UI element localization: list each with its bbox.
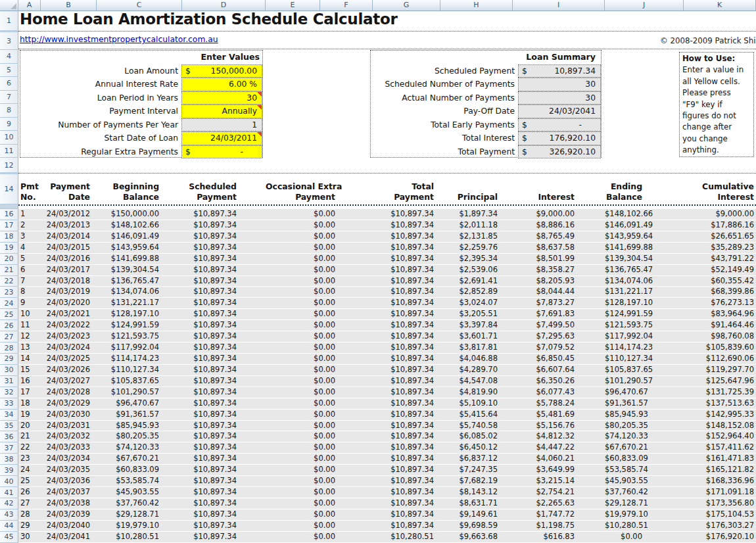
column-header-h[interactable]: H [440, 0, 513, 11]
row-header-40[interactable]: 40 [0, 476, 18, 487]
cell: $1,747.72 [513, 509, 605, 520]
column-header-g[interactable]: G [373, 0, 440, 11]
row-header-28[interactable]: 28 [0, 342, 18, 354]
row-divider [18, 49, 756, 49]
row-header-45[interactable]: 45 [0, 532, 18, 543]
row-header-32[interactable]: 32 [0, 387, 18, 398]
row-header-5[interactable]: 5 [0, 64, 18, 78]
row-header-27[interactable]: 27 [0, 331, 18, 342]
row-header-22[interactable]: 22 [0, 276, 18, 287]
row-header-3[interactable]: 3 [0, 32, 18, 50]
cell: $96,470.67 [97, 398, 182, 409]
row-header-19[interactable]: 19 [0, 243, 18, 254]
row-header-43[interactable]: 43 [0, 509, 18, 521]
cell: $10,897.34 [182, 387, 266, 398]
row-header-7[interactable]: 7 [0, 91, 18, 105]
row-header-6[interactable]: 6 [0, 77, 18, 91]
currency-symbol: $ [519, 133, 527, 143]
currency-symbol: $ [182, 147, 191, 156]
row-header-18[interactable]: 18 [0, 231, 18, 243]
cell: $128,197.10 [97, 309, 182, 319]
currency-symbol: $ [519, 120, 527, 130]
loan-amount-value: 150,000.00 [211, 66, 262, 76]
row-header-26[interactable]: 26 [0, 320, 18, 331]
cell: $10,280.51 [605, 521, 684, 531]
cell: 24/03/2034 [41, 454, 97, 464]
row-header-8[interactable]: 8 [0, 104, 18, 118]
row-header-37[interactable]: 37 [0, 442, 18, 454]
cell: $74,120.33 [605, 431, 684, 442]
loan-period-in-years-cell[interactable]: 30 [181, 91, 262, 105]
row-header-1[interactable]: 1 [0, 11, 18, 31]
cell: $10,897.34 [182, 331, 266, 342]
row-header-12[interactable]: 12 [0, 158, 18, 173]
cell: $10,897.34 [182, 254, 266, 264]
column-header-c[interactable]: C [97, 0, 182, 11]
row-header-16[interactable]: 16 [0, 209, 18, 220]
cell: $2,265.63 [513, 498, 605, 509]
cell: $68,399.86 [684, 287, 756, 297]
cell: $0.00 [266, 342, 373, 353]
column-header-k[interactable]: K [684, 0, 756, 11]
cell: $10,897.34 [182, 209, 266, 220]
row-header-31[interactable]: 31 [0, 376, 18, 387]
cell: 17 [18, 387, 41, 398]
row-header-11[interactable]: 11 [0, 145, 18, 158]
row-header-44[interactable]: 44 [0, 521, 18, 532]
cell: $2,011.18 [440, 220, 513, 231]
annual-interest-rate-cell[interactable]: 6.00 % [181, 78, 262, 91]
column-header-f[interactable]: F [320, 0, 373, 11]
row-header-36[interactable]: 36 [0, 431, 18, 442]
cell: $6,607.64 [513, 365, 605, 375]
row-header-30[interactable]: 30 [0, 365, 18, 376]
row-header-14[interactable]: 14 [0, 174, 18, 204]
cell: 21 [18, 431, 41, 442]
cell: $10,897.34 [373, 276, 440, 287]
loan-amount-cell[interactable]: $150,000.00 [181, 64, 262, 78]
column-header-i[interactable]: I [513, 0, 605, 11]
row-header-29[interactable]: 29 [0, 354, 18, 365]
row-header-17[interactable]: 17 [0, 220, 18, 231]
cell: $0.00 [266, 309, 373, 319]
column-header-b[interactable]: B [41, 0, 97, 11]
column-header-d[interactable]: D [182, 0, 266, 11]
column-header-j[interactable]: J [605, 0, 684, 11]
row-header-25[interactable]: 25 [0, 309, 18, 320]
cell: $152,964.40 [684, 431, 756, 442]
row-header-9[interactable]: 9 [0, 118, 18, 131]
column-header-a[interactable]: A [18, 0, 41, 11]
cell: $0.00 [266, 254, 373, 264]
select-all-corner[interactable] [0, 0, 18, 11]
cell: $3,397.84 [440, 320, 513, 331]
row-header-39[interactable]: 39 [0, 465, 18, 476]
row-header-10[interactable]: 10 [0, 131, 18, 145]
row-header-33[interactable]: 33 [0, 398, 18, 410]
start-date-of-loan-cell[interactable]: 24/03/2011 [181, 131, 262, 145]
cell: $137,513.63 [684, 398, 756, 409]
row-header-34[interactable]: 34 [0, 410, 18, 421]
table-row: 2624/03/2037$45,903.55$10,897.34$0.00$10… [18, 487, 756, 498]
column-header-e[interactable]: E [266, 0, 320, 11]
row-header-4[interactable]: 4 [0, 50, 18, 64]
table-row: 1924/03/2030$91,361.57$10,897.34$0.00$10… [18, 410, 756, 421]
schedule-header-rule [18, 204, 756, 206]
row-header-20[interactable]: 20 [0, 254, 18, 265]
row-header-24[interactable]: 24 [0, 298, 18, 309]
row-header-38[interactable]: 38 [0, 454, 18, 465]
row-header-21[interactable]: 21 [0, 265, 18, 276]
cell: $121,593.75 [605, 320, 684, 331]
cell: $10,897.34 [373, 521, 440, 531]
table-row: 2424/03/2035$60,833.09$10,897.34$0.00$10… [18, 465, 756, 476]
hidden-row-divider [0, 204, 18, 209]
row-header-41[interactable]: 41 [0, 487, 18, 498]
actual-number-of-payments-value: 30 [585, 93, 600, 103]
column-headers: ABCDEFGHIJK [0, 0, 756, 11]
regular-extra-payments-cell[interactable]: $- [181, 145, 262, 159]
cell: 10 [18, 309, 41, 319]
website-link[interactable]: http://www.investmentpropertycalculator.… [20, 35, 218, 44]
row-header-35[interactable]: 35 [0, 421, 18, 432]
page-title: Home Loan Amortization Schedule Calculat… [20, 11, 397, 28]
payment-interval-cell[interactable]: Annually [181, 105, 262, 118]
row-header-42[interactable]: 42 [0, 498, 18, 509]
row-header-23[interactable]: 23 [0, 287, 18, 298]
